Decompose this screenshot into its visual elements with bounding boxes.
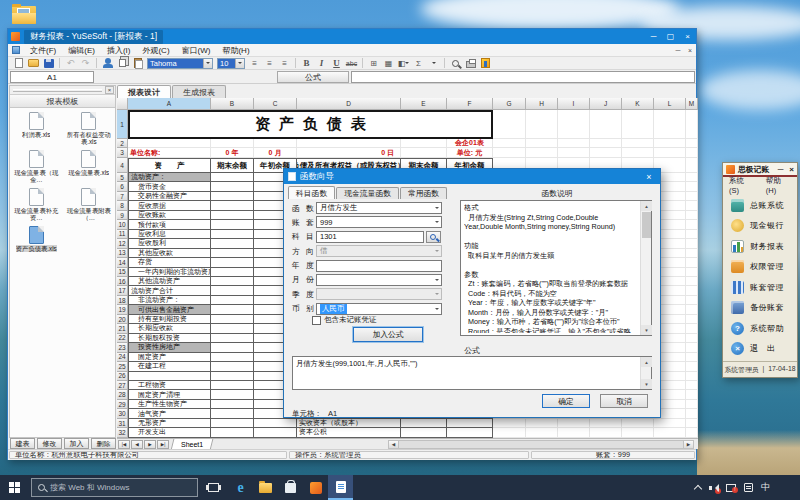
merge-cells-button[interactable]: ⊞: [367, 58, 380, 69]
sheet-nav-1[interactable]: ◀: [131, 440, 143, 449]
cell[interactable]: [211, 296, 254, 305]
formula-label[interactable]: 公式: [277, 71, 349, 83]
row-header-22[interactable]: 22: [117, 334, 128, 343]
column-header-B[interactable]: B: [211, 98, 254, 110]
asset-item-cell[interactable]: 固定资产清理: [128, 390, 211, 399]
launcher-item-4[interactable]: 账套管理: [723, 277, 797, 298]
cell[interactable]: [686, 286, 698, 295]
sheet-nav-3[interactable]: ▶|: [157, 440, 169, 449]
new-button[interactable]: [12, 58, 25, 69]
cell[interactable]: [447, 419, 493, 428]
cell[interactable]: [686, 220, 698, 229]
asset-item-cell[interactable]: 交易性金融资产: [128, 192, 211, 201]
cell[interactable]: [590, 419, 622, 428]
row-header-17[interactable]: 17: [117, 286, 128, 295]
cell[interactable]: [686, 390, 698, 399]
row-header-32[interactable]: 32: [117, 428, 128, 437]
cell[interactable]: [686, 211, 698, 220]
cell[interactable]: [686, 428, 698, 437]
cell[interactable]: [297, 139, 401, 148]
cell[interactable]: [211, 305, 254, 314]
sum-button[interactable]: Σ: [412, 58, 425, 69]
cell[interactable]: [686, 334, 698, 343]
cell[interactable]: [211, 258, 254, 267]
row-header-26[interactable]: 26: [117, 372, 128, 381]
dialog-close-icon[interactable]: ×: [638, 169, 660, 184]
dropdown-arrow-icon[interactable]: [435, 221, 439, 225]
store-icon[interactable]: [278, 475, 303, 500]
cell[interactable]: [211, 315, 254, 324]
cell[interactable]: [211, 324, 254, 333]
month-cell[interactable]: 0 月: [254, 148, 297, 158]
cell[interactable]: [211, 173, 254, 182]
edge-icon[interactable]: e: [228, 475, 253, 500]
row-header-27[interactable]: 27: [117, 381, 128, 390]
dialog-tab-0[interactable]: 科目函数: [288, 186, 335, 199]
cell[interactable]: [211, 239, 254, 248]
cell[interactable]: [401, 139, 447, 148]
font-dropdown-arrow[interactable]: [203, 59, 212, 68]
cell[interactable]: [622, 110, 654, 139]
cell[interactable]: [590, 139, 622, 148]
taskbar-search-input[interactable]: 搜索 Web 和 Windows: [31, 478, 198, 497]
column-header-A[interactable]: A: [128, 98, 211, 110]
asset-item-cell[interactable]: 固定资产: [128, 353, 211, 362]
unit-cell[interactable]: 单位: 元: [447, 148, 493, 158]
close-button[interactable]: ×: [679, 29, 696, 44]
account-input[interactable]: 1301: [316, 231, 424, 243]
scroll-right-arrow[interactable]: ▶: [683, 441, 693, 448]
row-header-23[interactable]: 23: [117, 343, 128, 352]
cell[interactable]: [211, 249, 254, 258]
row-header-1[interactable]: 1: [117, 110, 128, 139]
template-item-1[interactable]: 所有者权益变动表.xls: [63, 110, 116, 146]
cell[interactable]: [211, 220, 254, 229]
mdi-close-button[interactable]: ×: [684, 47, 696, 54]
row-header-10[interactable]: 10: [117, 220, 128, 229]
row-header-30[interactable]: 30: [117, 409, 128, 418]
cell[interactable]: [211, 381, 254, 390]
column-header-F[interactable]: F: [447, 98, 493, 110]
action-center-icon[interactable]: [744, 483, 753, 492]
cell[interactable]: [654, 428, 686, 437]
scroll-up-arrow[interactable]: ▲: [641, 201, 652, 211]
row-header-6[interactable]: 6: [117, 182, 128, 191]
table-header-cell[interactable]: 资 产: [128, 158, 211, 173]
include-unposted-checkbox[interactable]: [312, 316, 321, 325]
cell[interactable]: [590, 428, 622, 437]
cell[interactable]: [254, 139, 297, 148]
cell[interactable]: [526, 110, 558, 139]
cell[interactable]: [211, 353, 254, 362]
minimize-button[interactable]: ─: [645, 29, 662, 44]
row-header-21[interactable]: 21: [117, 324, 128, 333]
asset-item-cell[interactable]: 可供出售金融资产: [128, 305, 211, 314]
cell[interactable]: [493, 419, 526, 428]
cell[interactable]: [211, 419, 254, 428]
month-select[interactable]: [316, 274, 442, 286]
dialog-tab-2[interactable]: 常用函数: [400, 187, 447, 199]
task-view-button[interactable]: [198, 475, 228, 500]
cell[interactable]: [686, 296, 698, 305]
menu-item-3[interactable]: 外观(C): [136, 44, 175, 56]
launcher-minimize-icon[interactable]: ─: [775, 165, 786, 174]
cell-name-box[interactable]: A1: [10, 71, 94, 83]
add-formula-button[interactable]: 加入公式: [353, 327, 423, 342]
menu-item-2[interactable]: 插入(I): [101, 44, 137, 56]
doc-number-cell[interactable]: 会企01表: [447, 139, 493, 148]
file-explorer-icon[interactable]: [253, 475, 278, 500]
strikethrough-button[interactable]: abc: [345, 58, 358, 69]
cell[interactable]: [558, 139, 590, 148]
direction-select[interactable]: 借: [316, 245, 442, 257]
asset-item-cell[interactable]: 生产性生物资产: [128, 400, 211, 409]
cell[interactable]: [590, 110, 622, 139]
cell[interactable]: [622, 428, 654, 437]
asset-item-cell[interactable]: 货币资金: [128, 182, 211, 191]
tab-report-design[interactable]: 报表设计: [117, 85, 171, 98]
cell[interactable]: [686, 230, 698, 239]
copy-button[interactable]: [116, 58, 129, 69]
row-header-11[interactable]: 11: [117, 230, 128, 239]
menu-item-5[interactable]: 帮助(H): [216, 44, 255, 56]
horizontal-scrollbar[interactable]: ◀ ▶: [388, 440, 694, 449]
cell[interactable]: [654, 419, 686, 428]
row-header-13[interactable]: 13: [117, 249, 128, 258]
cell[interactable]: [447, 428, 493, 437]
